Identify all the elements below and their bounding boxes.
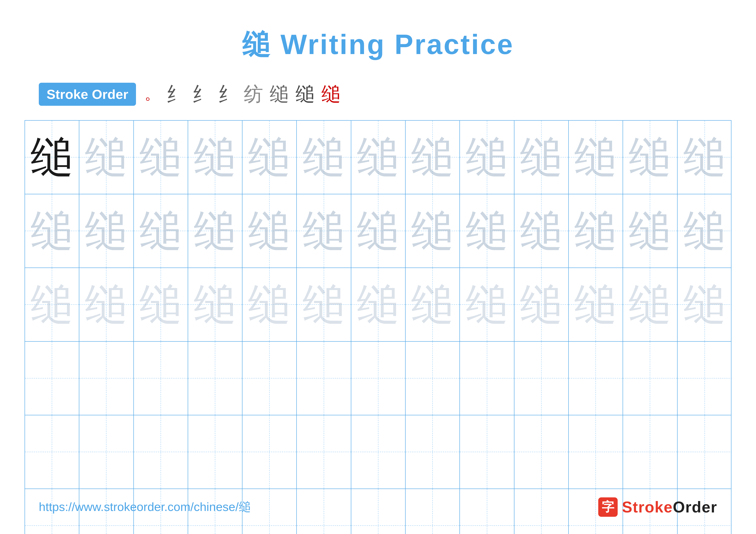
grid-cell-4-10[interactable] bbox=[514, 342, 569, 415]
grid-cell-5-13[interactable] bbox=[678, 415, 732, 489]
grid-cell-4-5[interactable] bbox=[242, 342, 297, 415]
logo-stroke: Stroke bbox=[622, 498, 673, 516]
grid-cell-2-5: 缒 bbox=[242, 194, 297, 267]
stroke-steps: 。 纟 纟 纟 纺 缒 缒 缒 bbox=[145, 81, 341, 107]
grid-cell-3-5: 缒 bbox=[242, 268, 297, 341]
grid-cell-3-4: 缒 bbox=[188, 268, 242, 341]
footer: https://www.strokeorder.com/chinese/缒 字 … bbox=[39, 497, 717, 517]
grid-cell-3-9: 缒 bbox=[460, 268, 514, 341]
grid-cell-1-2: 缒 bbox=[79, 121, 134, 194]
grid-cell-5-7[interactable] bbox=[351, 415, 406, 489]
grid-cell-5-1[interactable] bbox=[25, 415, 79, 489]
grid-cell-2-7: 缒 bbox=[351, 194, 406, 267]
grid-cell-3-8: 缒 bbox=[406, 268, 460, 341]
stroke-step-2: 纟 bbox=[166, 81, 186, 107]
grid-row-5 bbox=[25, 415, 731, 489]
grid-cell-5-6[interactable] bbox=[297, 415, 351, 489]
grid-cell-5-11[interactable] bbox=[569, 415, 623, 489]
grid-cell-3-6: 缒 bbox=[297, 268, 351, 341]
grid-cell-5-8[interactable] bbox=[406, 415, 460, 489]
grid-cell-2-9: 缒 bbox=[460, 194, 514, 267]
grid-cell-4-3[interactable] bbox=[134, 342, 188, 415]
stroke-step-7: 缒 bbox=[295, 81, 315, 107]
grid-cell-3-3: 缒 bbox=[134, 268, 188, 341]
grid-cell-2-1: 缒 bbox=[25, 194, 79, 267]
grid-cell-2-13: 缒 bbox=[678, 194, 732, 267]
grid-cell-4-9[interactable] bbox=[460, 342, 514, 415]
grid-cell-5-4[interactable] bbox=[188, 415, 242, 489]
stroke-step-8: 缒 bbox=[321, 81, 341, 107]
grid-cell-4-4[interactable] bbox=[188, 342, 242, 415]
stroke-step-4: 纟 bbox=[218, 81, 237, 107]
footer-logo: 字 StrokeOrder bbox=[598, 497, 717, 517]
grid-cell-4-12[interactable] bbox=[623, 342, 677, 415]
grid-cell-2-11: 缒 bbox=[569, 194, 623, 267]
grid-cell-5-10[interactable] bbox=[514, 415, 569, 489]
logo-icon: 字 bbox=[598, 497, 618, 517]
grid-cell-4-7[interactable] bbox=[351, 342, 406, 415]
grid-cell-3-7: 缒 bbox=[351, 268, 406, 341]
grid-cell-1-3: 缒 bbox=[134, 121, 188, 194]
grid-row-1: 缒 缒 缒 缒 缒 缒 缒 缒 缒 缒 缒 缒 缒 bbox=[25, 121, 731, 194]
logo-text: StrokeOrder bbox=[622, 498, 717, 516]
grid-cell-1-11: 缒 bbox=[569, 121, 623, 194]
grid-cell-5-12[interactable] bbox=[623, 415, 677, 489]
grid-cell-2-2: 缒 bbox=[79, 194, 134, 267]
grid-cell-2-3: 缒 bbox=[134, 194, 188, 267]
grid-row-3: 缒 缒 缒 缒 缒 缒 缒 缒 缒 缒 缒 缒 缒 bbox=[25, 268, 731, 342]
stroke-order-badge: Stroke Order bbox=[39, 83, 136, 106]
grid-cell-2-6: 缒 bbox=[297, 194, 351, 267]
page-title: 缒 Writing Practice bbox=[242, 26, 514, 64]
stroke-step-3: 纟 bbox=[192, 81, 211, 107]
grid-cell-1-9: 缒 bbox=[460, 121, 514, 194]
grid-cell-3-1: 缒 bbox=[25, 268, 79, 341]
grid-cell-1-10: 缒 bbox=[514, 121, 569, 194]
grid-cell-3-11: 缒 bbox=[569, 268, 623, 341]
grid-cell-4-6[interactable] bbox=[297, 342, 351, 415]
grid-cell-3-2: 缒 bbox=[79, 268, 134, 341]
char-dark: 缒 bbox=[30, 136, 73, 179]
stroke-step-6: 缒 bbox=[270, 81, 289, 107]
grid-cell-4-1[interactable] bbox=[25, 342, 79, 415]
grid-cell-1-6: 缒 bbox=[297, 121, 351, 194]
grid-cell-3-12: 缒 bbox=[623, 268, 677, 341]
grid-cell-1-1: 缒 bbox=[25, 121, 79, 194]
grid-cell-4-8[interactable] bbox=[406, 342, 460, 415]
grid-cell-1-8: 缒 bbox=[406, 121, 460, 194]
grid-cell-3-13: 缒 bbox=[678, 268, 732, 341]
grid-cell-4-13[interactable] bbox=[678, 342, 732, 415]
grid-cell-3-10: 缒 bbox=[514, 268, 569, 341]
grid-cell-1-5: 缒 bbox=[242, 121, 297, 194]
grid-cell-5-5[interactable] bbox=[242, 415, 297, 489]
practice-grid: 缒 缒 缒 缒 缒 缒 缒 缒 缒 缒 缒 缒 缒 缒 缒 缒 缒 缒 缒 缒 … bbox=[25, 120, 731, 534]
grid-row-2: 缒 缒 缒 缒 缒 缒 缒 缒 缒 缒 缒 缒 缒 bbox=[25, 194, 731, 268]
grid-cell-4-11[interactable] bbox=[569, 342, 623, 415]
page-container: 缒 Writing Practice Stroke Order 。 纟 纟 纟 … bbox=[0, 0, 756, 534]
grid-cell-4-2[interactable] bbox=[79, 342, 134, 415]
grid-row-4 bbox=[25, 342, 731, 415]
grid-cell-1-12: 缒 bbox=[623, 121, 677, 194]
grid-cell-5-2[interactable] bbox=[79, 415, 134, 489]
grid-cell-1-7: 缒 bbox=[351, 121, 406, 194]
stroke-order-section: Stroke Order 。 纟 纟 纟 纺 缒 缒 缒 bbox=[39, 81, 341, 107]
grid-cell-2-8: 缒 bbox=[406, 194, 460, 267]
grid-cell-2-4: 缒 bbox=[188, 194, 242, 267]
grid-cell-2-10: 缒 bbox=[514, 194, 569, 267]
grid-cell-5-9[interactable] bbox=[460, 415, 514, 489]
grid-cell-2-12: 缒 bbox=[623, 194, 677, 267]
footer-url: https://www.strokeorder.com/chinese/缒 bbox=[39, 499, 251, 515]
grid-cell-5-3[interactable] bbox=[134, 415, 188, 489]
stroke-step-1: 。 bbox=[145, 84, 160, 104]
grid-cell-1-4: 缒 bbox=[188, 121, 242, 194]
grid-cell-1-13: 缒 bbox=[678, 121, 732, 194]
stroke-step-5: 纺 bbox=[244, 81, 263, 107]
